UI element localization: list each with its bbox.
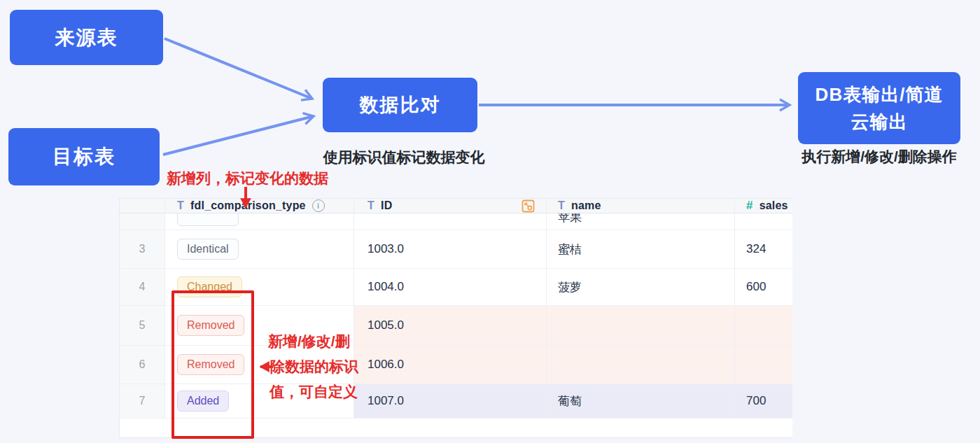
- name-value: 葡萄: [558, 393, 582, 409]
- table-header-row: Tfdl_comparison_typeiTIDTname#sales: [120, 199, 792, 213]
- name-cell: [547, 346, 735, 384]
- filter-icon[interactable]: T: [558, 199, 565, 212]
- key-icon: [522, 199, 535, 213]
- sales-cell: 324: [735, 230, 792, 269]
- rownum-cell: [120, 213, 165, 230]
- header-fdl_comparison_type: Tfdl_comparison_typei: [165, 199, 354, 213]
- comparison-type-badge: Identical: [177, 239, 239, 260]
- id-cell: 1005.0: [354, 306, 547, 346]
- rownum-cell: 3: [120, 230, 165, 269]
- sales-cell: [735, 306, 792, 346]
- sales-value: 700: [746, 394, 766, 408]
- name-cell: 菠萝: [547, 269, 735, 306]
- column-label: fdl_comparison_type: [190, 199, 306, 212]
- annotation-new-column: 新增列，标记变化的数据: [167, 169, 328, 188]
- sales-value: 324: [746, 242, 766, 256]
- table-row: 3Identical1003.0蜜桔324: [120, 230, 792, 269]
- annotation-side-line2: 除数据的标识: [270, 357, 358, 377]
- name-cell: 苹果: [547, 213, 735, 230]
- output-node-line2: 云输出: [851, 108, 908, 136]
- id-value: 1006.0: [368, 358, 404, 372]
- rownum-cell: 6: [120, 346, 165, 384]
- name-cell: [547, 306, 735, 346]
- filter-icon[interactable]: T: [177, 199, 184, 212]
- sales-cell: 700: [735, 384, 792, 419]
- compare-node: 数据比对: [323, 78, 477, 132]
- output-caption: 执行新增/修改/删除操作: [776, 147, 980, 167]
- sales-value: 600: [746, 280, 766, 294]
- id-value: 1004.0: [368, 280, 404, 294]
- table-row: 苹果: [120, 213, 792, 230]
- source-table-node: 来源表: [10, 10, 163, 65]
- id-cell: 1004.0: [354, 269, 547, 306]
- annotation-side-line3: 值，可自定义: [270, 382, 358, 402]
- name-value: 菠萝: [558, 279, 582, 295]
- column-label: sales: [760, 199, 788, 212]
- output-node: DB表输出/简道 云输出: [798, 72, 960, 144]
- highlight-rectangle: [172, 290, 254, 439]
- name-cell: 蜜桔: [547, 230, 735, 269]
- annotation-side-line1: 新增/修改/删: [268, 332, 350, 351]
- id-value: 1007.0: [368, 394, 404, 408]
- page: 来源表 目标表 数据比对 DB表输出/简道 云输出 使用标识值标记数据变化 执行…: [0, 0, 980, 443]
- number-icon: #: [746, 199, 753, 213]
- arrow-source-to-compare: [164, 38, 312, 99]
- comparison-type-badge: [177, 213, 239, 226]
- sales-cell: [735, 213, 792, 230]
- id-cell: 1006.0: [354, 346, 547, 384]
- filter-icon[interactable]: T: [368, 199, 374, 212]
- output-node-line1: DB表输出/简道: [816, 81, 944, 108]
- name-value: 苹果: [558, 213, 582, 225]
- column-label: name: [571, 199, 601, 212]
- id-value: 1005.0: [368, 318, 404, 332]
- id-cell: 1007.0: [354, 384, 547, 419]
- header-id: TID: [354, 199, 547, 213]
- comparison-type-cell: [165, 213, 354, 230]
- sales-cell: 600: [735, 269, 792, 306]
- column-label: ID: [381, 199, 392, 212]
- target-table-node: 目标表: [8, 128, 160, 185]
- header-sales: #sales: [735, 199, 792, 213]
- id-cell: [354, 213, 547, 230]
- name-value: 蜜桔: [558, 241, 582, 258]
- sales-cell: [735, 346, 792, 384]
- name-cell: 葡萄: [547, 384, 735, 419]
- compare-caption: 使用标识值标记数据变化: [299, 148, 509, 167]
- header-name: Tname: [547, 199, 735, 213]
- arrow-target-to-compare: [163, 116, 314, 155]
- rownum-cell: 4: [120, 269, 165, 306]
- rownum-cell: 5: [120, 306, 165, 346]
- comparison-type-cell: Identical: [165, 230, 354, 269]
- header-rownum: [120, 199, 165, 213]
- rownum-cell: 7: [120, 384, 165, 419]
- id-value: 1003.0: [368, 242, 404, 256]
- info-icon[interactable]: i: [312, 199, 325, 212]
- id-cell: 1003.0: [354, 230, 547, 269]
